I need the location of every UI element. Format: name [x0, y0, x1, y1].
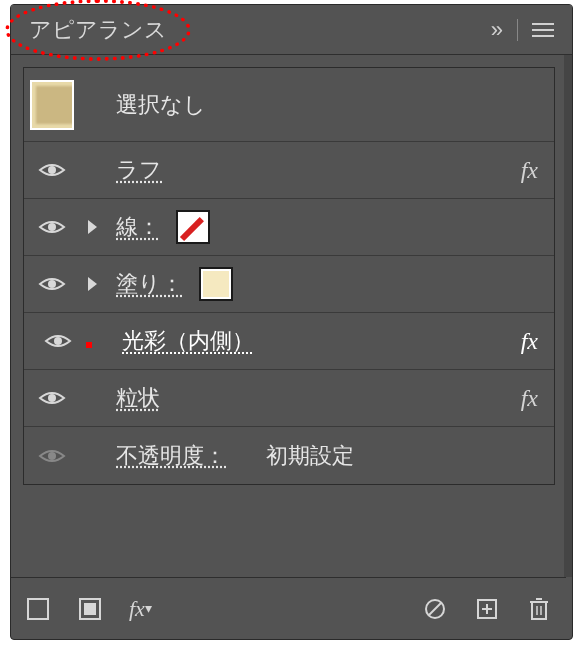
- fx-icon[interactable]: fx: [521, 328, 544, 355]
- panel-title[interactable]: アピアランス: [29, 15, 167, 45]
- trash-icon[interactable]: [526, 596, 552, 622]
- visibility-icon[interactable]: [38, 217, 66, 237]
- selection-highlight: [86, 342, 92, 348]
- artwork-thumbnail[interactable]: [30, 80, 74, 130]
- row-label[interactable]: 塗り：: [110, 269, 183, 299]
- visibility-icon[interactable]: [38, 274, 66, 294]
- visibility-icon[interactable]: [44, 331, 72, 351]
- visibility-icon[interactable]: [38, 160, 66, 180]
- svg-rect-8: [84, 603, 96, 615]
- svg-point-0: [48, 166, 56, 174]
- header-divider: [517, 19, 518, 41]
- opacity-value[interactable]: 初期設定: [266, 441, 354, 471]
- fill-swatch[interactable]: [199, 267, 233, 301]
- row-label[interactable]: ラフ: [110, 155, 162, 185]
- appearance-row-selected[interactable]: 光彩（内側） fx: [24, 313, 554, 370]
- scrollbar[interactable]: [564, 55, 572, 577]
- row-label[interactable]: 不透明度：: [110, 441, 226, 471]
- clear-icon[interactable]: [422, 596, 448, 622]
- new-stroke-icon[interactable]: [25, 596, 51, 622]
- row-label[interactable]: 光彩（内側）: [116, 326, 254, 356]
- chevron-right-icon[interactable]: [88, 277, 97, 291]
- chevron-right-icon[interactable]: [88, 220, 97, 234]
- visibility-icon[interactable]: [38, 446, 66, 466]
- panel-body: 選択なし ラフ fx: [11, 55, 567, 485]
- panel-footer: fx▾: [11, 577, 566, 639]
- fx-icon[interactable]: fx: [521, 385, 544, 412]
- svg-point-3: [54, 337, 62, 345]
- appearance-row[interactable]: 線：: [24, 199, 554, 256]
- stroke-swatch[interactable]: [176, 210, 210, 244]
- selection-label: 選択なし: [110, 90, 206, 120]
- panel-header: アピアランス »: [11, 5, 572, 55]
- row-label[interactable]: 粒状: [110, 383, 160, 413]
- svg-rect-14: [532, 602, 546, 619]
- svg-point-2: [48, 280, 56, 288]
- appearance-row[interactable]: ラフ fx: [24, 142, 554, 199]
- svg-point-4: [48, 394, 56, 402]
- fx-icon[interactable]: fx: [521, 157, 544, 184]
- appearance-panel: アピアランス » 選択なし: [10, 4, 573, 640]
- appearance-row[interactable]: 不透明度： 初期設定: [24, 427, 554, 484]
- row-label[interactable]: 線：: [110, 212, 160, 242]
- svg-rect-6: [28, 599, 48, 619]
- add-effect-icon[interactable]: fx▾: [129, 596, 152, 622]
- visibility-icon[interactable]: [38, 388, 66, 408]
- svg-line-10: [429, 603, 441, 615]
- new-fill-icon[interactable]: [77, 596, 103, 622]
- svg-point-5: [48, 452, 56, 460]
- menu-icon[interactable]: [532, 23, 554, 37]
- duplicate-icon[interactable]: [474, 596, 500, 622]
- collapse-icon[interactable]: »: [491, 17, 503, 43]
- selection-row: 選択なし: [24, 68, 554, 142]
- svg-point-1: [48, 223, 56, 231]
- appearance-row[interactable]: 粒状 fx: [24, 370, 554, 427]
- appearance-row[interactable]: 塗り：: [24, 256, 554, 313]
